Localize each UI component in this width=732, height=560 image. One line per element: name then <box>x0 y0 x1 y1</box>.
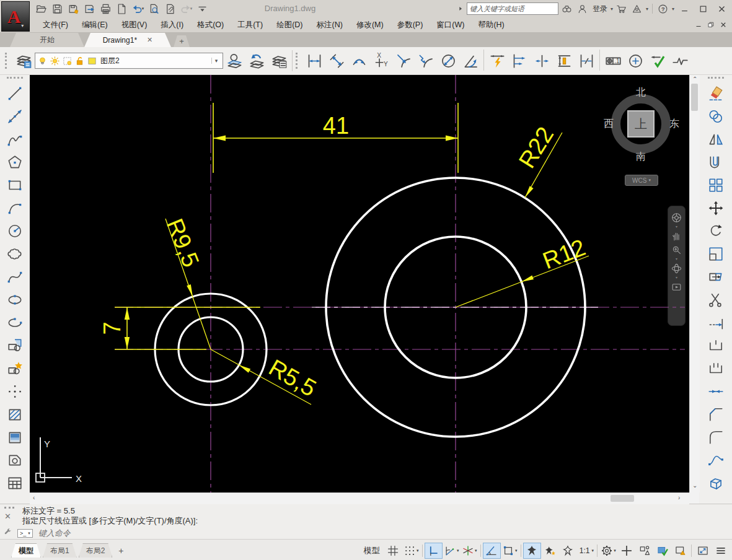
status-annotation-scale-button[interactable] <box>559 543 577 559</box>
draw-tool-construction-line[interactable] <box>2 105 28 128</box>
status-ortho-button[interactable] <box>425 543 443 559</box>
status-snap-button[interactable]: ▾ <box>402 543 420 559</box>
viewcube-top-face[interactable]: 上 <box>627 110 655 138</box>
search-flyout-icon[interactable] <box>457 3 465 14</box>
layer-tool-layer-previous[interactable] <box>245 50 268 72</box>
dim-tool-dim-aligned[interactable] <box>325 50 348 72</box>
draw-tool-circle[interactable] <box>2 219 28 242</box>
modify-tool-fillet[interactable] <box>703 426 729 448</box>
dim-tool-dim-break[interactable] <box>575 50 598 72</box>
status-annotation-autoscale-button[interactable] <box>541 543 559 559</box>
modify-tool-offset[interactable] <box>703 151 729 173</box>
dim-tool-dim-arc-length[interactable] <box>348 50 370 72</box>
chevron-down-icon[interactable]: ▾ <box>457 548 459 553</box>
modify-tool-chamfer[interactable] <box>703 403 729 426</box>
menu-item-0[interactable]: 文件(F) <box>36 18 75 32</box>
app-store-cart-icon[interactable] <box>615 2 628 15</box>
modify-tool-stretch[interactable] <box>703 265 729 288</box>
save-button[interactable] <box>50 1 64 16</box>
menu-item-5[interactable]: 工具(T) <box>231 18 270 32</box>
undo-button[interactable]: ▾ <box>130 1 145 16</box>
dim-tool-center-mark[interactable] <box>624 50 646 72</box>
status-workspace-button[interactable]: ▾ <box>599 543 617 559</box>
chevron-down-icon[interactable]: ▾ <box>475 548 477 553</box>
command-prompt-icon[interactable]: >_▾ <box>17 529 33 538</box>
chevron-down-icon[interactable]: ▾ <box>591 548 594 553</box>
modify-tool-break-at-point[interactable] <box>703 334 729 357</box>
chevron-down-icon[interactable]: ▾ <box>417 548 419 553</box>
chevron-down-icon[interactable]: ▾ <box>676 224 677 229</box>
sign-in-button[interactable]: 登录 <box>593 4 607 14</box>
modify-tool-join[interactable] <box>703 380 729 403</box>
modify-tool-erase[interactable] <box>703 82 729 105</box>
new-tab-button[interactable]: + <box>174 35 190 47</box>
layout-tab-0[interactable]: 模型 <box>11 543 41 558</box>
status-isodraft-button[interactable]: ▾ <box>461 543 478 559</box>
attach-button[interactable] <box>162 1 177 16</box>
tab-close-icon[interactable]: ✕ <box>147 36 152 44</box>
draw-tool-point[interactable] <box>2 380 28 403</box>
search-input[interactable] <box>467 2 558 15</box>
draw-tool-polygon[interactable] <box>2 151 28 173</box>
dim-tool-dim-space[interactable] <box>553 50 575 72</box>
viewcube-south[interactable]: 南 <box>634 151 648 163</box>
layout-tab-1[interactable]: 布局1 <box>43 543 77 558</box>
status-fullscreen-button[interactable] <box>694 543 712 559</box>
new-layout-button[interactable]: + <box>114 545 128 557</box>
layout-tab-2[interactable]: 布局2 <box>79 543 113 558</box>
modify-tool-trim[interactable] <box>703 288 729 311</box>
modify-tool-blend-curves[interactable] <box>703 448 729 471</box>
menu-item-4[interactable]: 格式(O) <box>190 18 231 32</box>
draw-tool-ellipse[interactable] <box>2 288 28 311</box>
layer-tool-layer-properties[interactable] <box>12 50 35 72</box>
toolbar-grip[interactable] <box>7 77 23 81</box>
modify-tool-rotate[interactable] <box>703 219 729 242</box>
chevron-down-icon[interactable]: ▾ <box>611 6 613 12</box>
draw-tool-table[interactable] <box>2 471 28 494</box>
command-panel-grip[interactable] <box>4 507 14 510</box>
dim-tool-dim-radius[interactable] <box>392 50 415 72</box>
modify-tool-array[interactable] <box>703 173 729 196</box>
chevron-down-icon[interactable]: ▾ <box>614 548 616 553</box>
scroll-left-icon[interactable]: ‹ <box>33 495 35 501</box>
status-annotation-visibility-button[interactable] <box>523 543 541 559</box>
viewcube-east[interactable]: 东 <box>668 118 681 130</box>
draw-tool-hatch[interactable] <box>2 403 28 426</box>
doc-close-button[interactable] <box>718 19 729 30</box>
doc-restore-button[interactable] <box>705 19 717 30</box>
draw-tool-rectangle[interactable] <box>2 173 28 196</box>
menu-item-6[interactable]: 绘图(D) <box>270 18 309 32</box>
export-button[interactable] <box>82 1 97 16</box>
nav-zoom[interactable] <box>670 243 684 256</box>
draw-tool-insert-block[interactable] <box>2 334 28 357</box>
chevron-down-icon[interactable]: ▾ <box>676 256 677 261</box>
nav-navigation-wheel[interactable] <box>670 211 684 224</box>
modify-tool-scale[interactable] <box>703 242 729 265</box>
nav-pan[interactable] <box>670 229 684 243</box>
modify-tool-extend[interactable] <box>703 311 729 334</box>
dim-tool-dim-linear[interactable] <box>303 50 325 72</box>
viewcube-west[interactable]: 西 <box>602 118 615 130</box>
scroll-up-icon[interactable]: ⌃ <box>692 76 697 82</box>
chevron-down-icon[interactable]: ▾ <box>646 6 648 12</box>
draw-tool-line[interactable] <box>2 82 28 105</box>
model-space-label[interactable]: 模型 <box>364 545 380 556</box>
chevron-down-icon[interactable]: ▾ <box>142 6 144 11</box>
dim-tool-dim-jog-line[interactable] <box>669 50 691 72</box>
dim-tool-dim-baseline[interactable] <box>508 50 531 72</box>
dim-tool-tolerance[interactable]: .1 <box>602 50 624 72</box>
status-isolate-button[interactable] <box>635 543 653 559</box>
draw-tool-gradient[interactable] <box>2 426 28 448</box>
plot-preview-button[interactable] <box>146 1 161 16</box>
draw-tool-arc[interactable] <box>2 196 28 219</box>
modify-tool-break[interactable] <box>703 357 729 380</box>
dim-tool-quick-dimension[interactable] <box>486 50 508 72</box>
binoculars-icon[interactable] <box>560 2 574 15</box>
nav-orbit[interactable] <box>670 261 684 275</box>
draw-tool-spline[interactable] <box>2 265 28 288</box>
dim-tool-dim-jogged[interactable] <box>415 50 437 72</box>
tab-drawing1[interactable]: Drawing1* ✕ <box>84 33 171 47</box>
modify-tool-explode[interactable] <box>703 471 729 494</box>
chevron-down-icon[interactable]: ▾ <box>672 6 674 12</box>
modify-tool-move[interactable] <box>703 196 729 219</box>
